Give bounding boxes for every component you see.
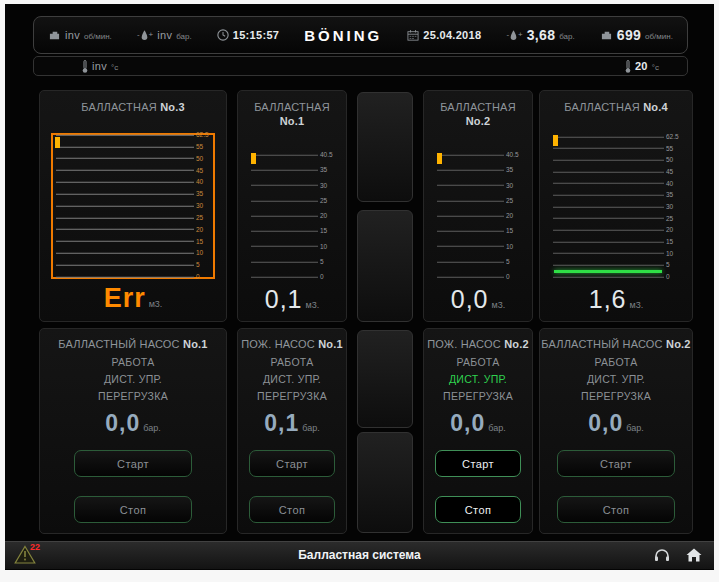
pump-panel-fire-no2: ПОЖ. НАСОС No.2 РАБОТА ДИСТ. УПР. ПЕРЕГР… xyxy=(423,328,533,534)
status-remote: ДИСТ. УПР. xyxy=(98,371,168,388)
tank-level-gauge: 40.535302520151050 xyxy=(251,155,335,277)
status-header: inv об/мин. - + inv бар. 15:15:57 BÖNING xyxy=(33,16,688,76)
level-marker-icon xyxy=(553,135,558,146)
droplet-icon: - + xyxy=(137,30,153,41)
temp-right-value: 20 xyxy=(635,60,648,72)
pump-pressure-unit: бар. xyxy=(143,423,160,433)
rpm-right-value: 699 xyxy=(617,27,641,43)
date: 25.04.2018 xyxy=(407,29,481,41)
tank-volume-value: Err xyxy=(104,283,146,314)
footer-bar: 22 Балластная система xyxy=(5,541,714,569)
pump-title: БАЛЛАСТНЫЙ НАСОС No.2 xyxy=(541,338,690,350)
level-line xyxy=(554,270,662,273)
status-overload: ПЕРЕГРУЗКА xyxy=(443,388,513,405)
tank-panel-ballast-no3[interactable]: БАЛЛАСТНАЯ No.3 62.555504540353025201510… xyxy=(39,90,227,322)
pump-pressure-value: 0,0 xyxy=(450,410,485,437)
tank-volume: 0,0 м3. xyxy=(424,285,532,314)
pump-start-button[interactable]: Старт xyxy=(249,450,335,477)
pump-pressure-unit: бар. xyxy=(626,423,643,433)
headphones-icon[interactable] xyxy=(654,548,670,562)
pump-panel-ballast-no2: БАЛЛАСТНЫЙ НАСОС No.2 РАБОТА ДИСТ. УПР. … xyxy=(539,328,693,534)
tank-volume-unit: м3. xyxy=(149,299,163,309)
temp-left: inv °c xyxy=(82,60,118,73)
level-marker-icon xyxy=(55,137,60,148)
ballast-system-screen: inv об/мин. - + inv бар. 15:15:57 BÖNING xyxy=(5,4,714,570)
tank-title: БАЛЛАСТНАЯ No.1 xyxy=(238,101,346,127)
pump-statuses: РАБОТА ДИСТ. УПР. ПЕРЕГРУЗКА xyxy=(257,354,327,405)
pump-stop-button[interactable]: Стоп xyxy=(249,496,335,523)
droplet-icon: - + xyxy=(506,30,522,41)
status-remote: ДИСТ. УПР. xyxy=(581,371,651,388)
pressure-right-unit: бар. xyxy=(559,32,575,41)
tank-panel-ballast-no2[interactable]: БАЛЛАСТНАЯ No.2 40.535302520151050 0,0 м… xyxy=(423,90,533,322)
pump-title: ПОЖ. НАСОС No.1 xyxy=(241,338,343,350)
tank-panel-ballast-no4[interactable]: БАЛЛАСТНАЯ No.4 62.555504540353025201510… xyxy=(539,90,693,322)
tank-volume-unit: м3. xyxy=(492,300,506,310)
pump-statuses: РАБОТА ДИСТ. УПР. ПЕРЕГРУЗКА xyxy=(581,354,651,405)
time-value: 15:15:57 xyxy=(233,29,279,41)
pump-pressure: 0,0 бар. xyxy=(105,410,160,437)
pump-stop-button[interactable]: Стоп xyxy=(435,496,521,523)
pump-start-button[interactable]: Старт xyxy=(74,450,192,477)
pump-name: БАЛЛАСТНЫЙ НАСОС xyxy=(541,338,662,350)
pressure-right: - + 3,68 бар. xyxy=(506,27,574,43)
thermometer-icon xyxy=(82,60,88,73)
pressure-left: - + inv бар. xyxy=(137,29,192,41)
thermometer-icon xyxy=(625,60,631,73)
status-remote: ДИСТ. УПР. xyxy=(257,371,327,388)
pump-pressure: 0,1 бар. xyxy=(264,410,319,437)
pump-title: ПОЖ. НАСОС No.2 xyxy=(427,338,529,350)
status-run: РАБОТА xyxy=(98,354,168,371)
tank-name: БАЛЛАСТНАЯ xyxy=(81,101,157,113)
pump-pressure: 0,0 бар. xyxy=(450,410,505,437)
tank-volume: Err м3. xyxy=(40,283,226,314)
status-overload: ПЕРЕГРУЗКА xyxy=(98,388,168,405)
status-remote: ДИСТ. УПР. xyxy=(443,371,513,388)
engine-icon xyxy=(48,30,61,41)
screenshot-frame: inv об/мин. - + inv бар. 15:15:57 BÖNING xyxy=(0,0,719,582)
blank-panel xyxy=(357,210,413,322)
footer-icons xyxy=(654,548,702,562)
status-run: РАБОТА xyxy=(257,354,327,371)
tank-panel-ballast-no1[interactable]: БАЛЛАСТНАЯ No.1 40.535302520151050 0,1 м… xyxy=(237,90,347,322)
header-temp-row: inv °c 20 °c xyxy=(33,56,688,76)
tank-number: No.1 xyxy=(238,115,346,127)
pressure-left-value: inv xyxy=(157,29,172,41)
rpm-left-value: inv xyxy=(65,29,80,41)
pump-pressure-value: 0,1 xyxy=(264,410,299,437)
pump-stop-button[interactable]: Стоп xyxy=(74,496,192,523)
pump-start-button[interactable]: Старт xyxy=(435,450,521,477)
temp-left-unit: °c xyxy=(111,63,118,72)
level-marker-icon xyxy=(437,153,442,164)
pump-stop-button[interactable]: Стоп xyxy=(557,496,675,523)
pump-pressure: 0,0 бар. xyxy=(588,410,643,437)
tank-name: БАЛЛАСТНАЯ xyxy=(440,101,516,113)
pump-panel-ballast-no1: БАЛЛАСТНЫЙ НАСОС No.1 РАБОТА ДИСТ. УПР. … xyxy=(39,328,227,534)
tank-name: БАЛЛАСТНАЯ xyxy=(564,101,640,113)
pump-name: ПОЖ. НАСОС xyxy=(427,338,501,350)
tank-volume: 1,6 м3. xyxy=(540,285,692,314)
tank-volume-value: 0,0 xyxy=(451,285,489,314)
pump-pressure-unit: бар. xyxy=(488,423,505,433)
tank-level-gauge: 62.55550454035302520151050 xyxy=(553,137,681,277)
rpm-right-unit: об/мин. xyxy=(645,32,673,41)
pump-start-button[interactable]: Старт xyxy=(557,450,675,477)
pump-pressure-value: 0,0 xyxy=(588,410,623,437)
pump-pressure-value: 0,0 xyxy=(105,410,140,437)
rpm-left-unit: об/мин. xyxy=(84,32,112,41)
pump-panel-fire-no1: ПОЖ. НАСОС No.1 РАБОТА ДИСТ. УПР. ПЕРЕГР… xyxy=(237,328,347,534)
clock: 15:15:57 xyxy=(217,29,279,41)
tank-title: БАЛЛАСТНАЯ No.4 xyxy=(540,101,692,113)
home-icon[interactable] xyxy=(686,548,702,562)
blank-panel xyxy=(357,92,413,202)
boening-logo: BÖNING xyxy=(304,27,382,44)
tank-name: БАЛЛАСТНАЯ xyxy=(254,101,330,113)
tank-number: No.4 xyxy=(643,101,668,113)
temp-right-unit: °c xyxy=(652,63,659,72)
tank-level-gauge: 62.55550454035302520151050 xyxy=(51,133,215,279)
status-overload: ПЕРЕГРУЗКА xyxy=(257,388,327,405)
page-title: Балластная система xyxy=(5,548,714,562)
tank-volume: 0,1 м3. xyxy=(238,285,346,314)
pump-title: БАЛЛАСТНЫЙ НАСОС No.1 xyxy=(58,338,207,350)
status-run: РАБОТА xyxy=(443,354,513,371)
